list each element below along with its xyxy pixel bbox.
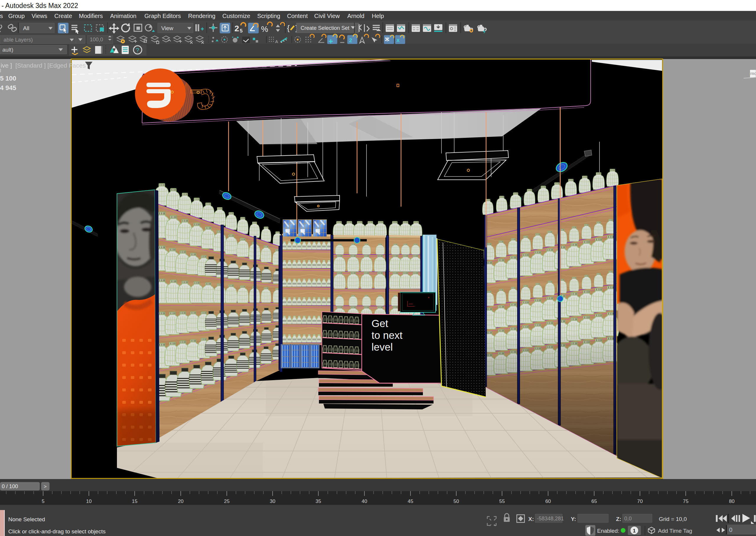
svg-text:70: 70 bbox=[637, 498, 643, 504]
svg-text:Civil View: Civil View bbox=[314, 13, 340, 19]
svg-text:ive ]: ive ] bbox=[1, 62, 12, 69]
svg-text:FRO: FRO bbox=[750, 72, 756, 76]
svg-text:to next: to next bbox=[371, 329, 402, 341]
svg-text:l: l bbox=[0, 68, 1, 73]
svg-text:{: { bbox=[287, 24, 290, 32]
svg-text:Rendering: Rendering bbox=[188, 13, 215, 19]
svg-text:60: 60 bbox=[545, 498, 551, 504]
svg-text:>: > bbox=[44, 484, 47, 489]
svg-text:0: 0 bbox=[729, 526, 732, 533]
svg-text:View: View bbox=[161, 25, 173, 31]
svg-text:Add Time Tag: Add Time Tag bbox=[658, 528, 692, 534]
svg-text:Z:: Z: bbox=[616, 516, 621, 522]
svg-text:None Selected: None Selected bbox=[8, 516, 45, 522]
svg-text:5: 5 bbox=[42, 498, 44, 504]
svg-text:s: s bbox=[0, 13, 3, 19]
svg-text:Graph Editors: Graph Editors bbox=[144, 13, 181, 19]
svg-text:Customize: Customize bbox=[223, 13, 250, 19]
svg-text:40: 40 bbox=[362, 498, 367, 504]
svg-text:45: 45 bbox=[408, 498, 413, 504]
svg-text:able Layers): able Layers) bbox=[4, 37, 33, 43]
svg-text:30: 30 bbox=[270, 498, 276, 504]
svg-text:ault): ault) bbox=[2, 47, 13, 53]
svg-text:15: 15 bbox=[132, 498, 138, 504]
svg-text:Get: Get bbox=[371, 318, 388, 329]
svg-text:10: 10 bbox=[86, 498, 92, 504]
svg-text:Views: Views bbox=[32, 13, 47, 19]
svg-text:20: 20 bbox=[178, 498, 184, 504]
svg-text:0 / 100: 0 / 100 bbox=[2, 484, 18, 489]
svg-text:?: ? bbox=[136, 47, 139, 53]
svg-text:75: 75 bbox=[683, 498, 689, 504]
svg-text:Modifiers: Modifiers bbox=[79, 13, 103, 19]
svg-text:Create: Create bbox=[54, 13, 72, 19]
svg-text:35: 35 bbox=[316, 498, 321, 504]
svg-text:5: 5 bbox=[240, 28, 242, 34]
svg-text:Animation: Animation bbox=[110, 13, 136, 19]
svg-text:Y:: Y: bbox=[571, 516, 576, 522]
svg-text:Content: Content bbox=[287, 13, 308, 19]
svg-text:%: % bbox=[261, 25, 268, 34]
svg-text:Help: Help bbox=[372, 13, 384, 19]
svg-text:1: 1 bbox=[633, 528, 636, 534]
svg-text:2: 2 bbox=[234, 24, 239, 33]
svg-text:80: 80 bbox=[729, 498, 735, 504]
svg-text:A: A bbox=[275, 39, 278, 44]
svg-text:level: level bbox=[371, 341, 393, 353]
svg-text:4 945: 4 945 bbox=[0, 84, 16, 91]
svg-text:x: x bbox=[396, 37, 399, 43]
svg-text:25: 25 bbox=[224, 498, 230, 504]
svg-text:- Autodesk 3ds Max 2022: - Autodesk 3ds Max 2022 bbox=[1, 2, 78, 10]
svg-text:Click or click-and-drag to sel: Click or click-and-drag to select object… bbox=[8, 528, 105, 535]
svg-text:-58348,281: -58348,281 bbox=[537, 516, 564, 521]
svg-text:Arnold: Arnold bbox=[347, 13, 364, 19]
svg-text:50: 50 bbox=[454, 498, 459, 504]
svg-text:Grid = 10,0: Grid = 10,0 bbox=[659, 516, 687, 522]
svg-text:All: All bbox=[23, 25, 29, 31]
svg-text:[Standard ] [Edged Faces ]: [Standard ] [Edged Faces ] bbox=[16, 62, 89, 69]
svg-text:2: 2 bbox=[349, 37, 352, 43]
svg-text:Scripting: Scripting bbox=[257, 13, 280, 19]
svg-text:X:: X: bbox=[528, 516, 534, 522]
svg-text:Enabled:: Enabled: bbox=[597, 528, 619, 534]
svg-text:65: 65 bbox=[592, 498, 597, 504]
svg-text:Create Selection Set: Create Selection Set bbox=[301, 25, 349, 31]
svg-text:Group: Group bbox=[8, 13, 25, 19]
svg-text:0,0: 0,0 bbox=[624, 516, 632, 521]
svg-text:55: 55 bbox=[499, 498, 505, 504]
svg-text:5 100: 5 100 bbox=[0, 75, 16, 82]
svg-text:100,0: 100,0 bbox=[90, 37, 103, 43]
